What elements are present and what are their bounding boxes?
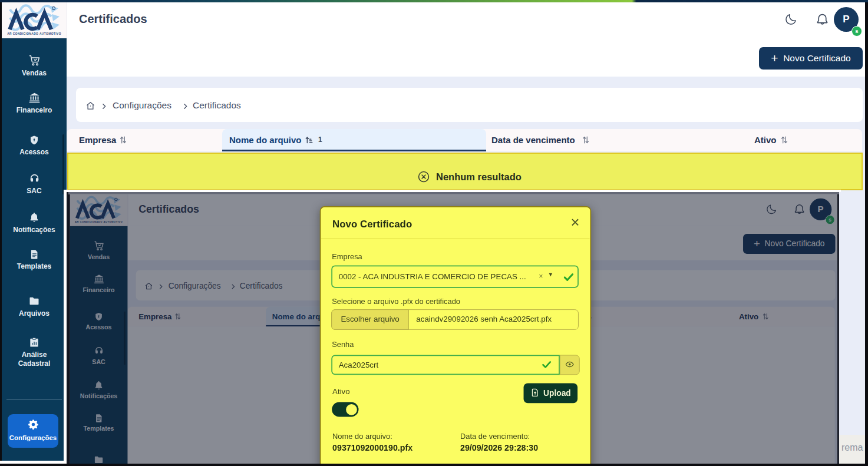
svg-text:AR CONDICIONADO AUTOMOTIVO: AR CONDICIONADO AUTOMOTIVO xyxy=(7,32,61,35)
